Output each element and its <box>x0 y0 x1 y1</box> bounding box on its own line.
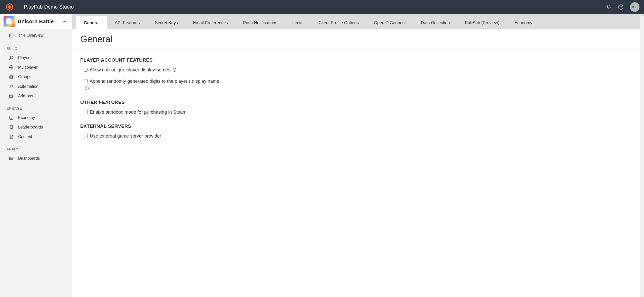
content-scroll[interactable]: General PLAYER ACCOUNT FEATURES Allow no… <box>72 29 640 297</box>
app-name[interactable]: Unicorn Battle <box>18 18 60 24</box>
sidebar-item-multiplayer[interactable]: Multiplayer <box>0 63 72 72</box>
bookmark-icon <box>9 124 14 130</box>
sidebar-item-label: Add-ons <box>18 94 33 98</box>
sidebar-item-label: Content <box>18 135 32 139</box>
svg-rect-10 <box>10 76 13 78</box>
svg-point-15 <box>10 116 13 117</box>
addons-icon <box>9 93 14 99</box>
tab-label: Economy <box>514 20 532 25</box>
tab-label: OpenID Connect <box>374 20 406 25</box>
sidebar-item-dashboards[interactable]: Dashboards <box>0 154 72 163</box>
option-use-external-server[interactable]: Use external game server provider <box>84 133 225 140</box>
chart-icon <box>9 33 14 38</box>
option-label: Append randomly generated digits to the … <box>90 78 219 84</box>
sidebar-item-label: Economy <box>18 115 35 120</box>
section-heading: EXTERNAL SERVERS <box>80 123 306 129</box>
option-label: Enable sandbox mode for purchasing in St… <box>90 109 187 115</box>
dashboard-icon <box>9 156 14 161</box>
globe-icon <box>9 65 14 70</box>
tab-data-collection[interactable]: Data Collection <box>413 16 457 29</box>
topbar: PlayFab Demo Studio KE <box>0 0 644 14</box>
section-heading: OTHER FEATURES <box>80 100 306 105</box>
page-scrollbar[interactable] <box>640 14 644 297</box>
sidebar-item-label: Multiplayer <box>18 65 37 70</box>
sidebar-item-label: Title Overview <box>18 33 44 38</box>
main-content: General API Features Secret Keys Email P… <box>72 14 640 297</box>
option-enable-steam-sandbox[interactable]: Enable sandbox mode for purchasing in St… <box>84 109 225 116</box>
svg-point-12 <box>11 86 11 86</box>
tab-label: Client Profile Options <box>319 20 359 25</box>
option-append-random-digits[interactable]: Append randomly generated digits to the … <box>84 78 225 92</box>
tab-pubsub[interactable]: PubSub (Preview) <box>457 16 507 29</box>
sidebar-item-label: Automation <box>18 84 38 89</box>
sidebar-item-content[interactable]: Content <box>0 132 72 142</box>
topbar-divider <box>19 4 19 11</box>
sidebar-section-heading: ANALYZE <box>0 142 72 154</box>
document-icon <box>9 134 14 140</box>
info-icon[interactable] <box>85 86 89 91</box>
sidebar-item-label: Leaderboards <box>18 125 43 130</box>
sidebar: Unicorn Battle Title Overview BUILD <box>0 14 72 297</box>
svg-point-18 <box>174 69 175 69</box>
help-icon[interactable] <box>616 2 626 12</box>
page-title: General <box>80 34 632 45</box>
gear-icon[interactable] <box>60 18 67 25</box>
title-row: Unicorn Battle <box>0 14 72 29</box>
playfab-logo[interactable] <box>5 2 15 12</box>
tab-client-profile-options[interactable]: Client Profile Options <box>311 16 367 29</box>
tab-economy[interactable]: Economy <box>507 16 540 29</box>
sidebar-item-economy[interactable]: Economy <box>0 113 72 122</box>
sidebar-item-leaderboards[interactable]: Leaderboards <box>0 122 72 132</box>
option-label: Use external game server provider <box>90 133 161 139</box>
option-checkbox[interactable] <box>84 79 88 83</box>
option-allow-nonunique-display-names[interactable]: Allow non-unique player display names <box>84 66 225 74</box>
tab-label: Limits <box>292 20 303 25</box>
section-heading: PLAYER ACCOUNT FEATURES <box>80 57 306 63</box>
svg-point-13 <box>12 86 12 86</box>
groups-icon <box>9 74 14 80</box>
svg-point-20 <box>87 88 87 88</box>
user-avatar[interactable]: KE <box>630 2 639 12</box>
tab-label: Push Notifications <box>243 20 277 25</box>
tab-email-preferences[interactable]: Email Preferences <box>185 16 235 29</box>
option-checkbox[interactable] <box>84 110 88 114</box>
tab-label: API Features <box>115 20 140 25</box>
info-icon[interactable] <box>172 68 177 72</box>
economy-icon <box>9 115 14 120</box>
option-label: Allow non-unique player display names <box>90 67 170 72</box>
settings-body: PLAYER ACCOUNT FEATURES Allow non-unique… <box>72 50 314 159</box>
tab-secret-keys[interactable]: Secret Keys <box>147 16 186 29</box>
notifications-icon[interactable] <box>604 2 614 12</box>
tab-limits[interactable]: Limits <box>285 16 311 29</box>
sidebar-item-players[interactable]: Players <box>0 53 72 63</box>
avatar-initials: KE <box>632 5 637 9</box>
sidebar-item-title-overview[interactable]: Title Overview <box>0 29 72 41</box>
automation-icon <box>9 84 14 89</box>
studio-name[interactable]: PlayFab Demo Studio <box>24 4 74 10</box>
svg-marker-1 <box>8 5 12 9</box>
option-checkbox[interactable] <box>84 134 88 138</box>
sidebar-item-groups[interactable]: Groups <box>0 72 72 82</box>
app-icon[interactable] <box>4 16 15 27</box>
svg-point-7 <box>12 56 13 57</box>
sidebar-item-label: Players <box>18 56 31 60</box>
tab-api-features[interactable]: API Features <box>107 16 147 29</box>
players-icon <box>9 55 14 61</box>
svg-point-4 <box>63 21 65 22</box>
sidebar-item-label: Dashboards <box>18 156 40 161</box>
tab-label: PubSub (Preview) <box>465 20 499 25</box>
svg-rect-5 <box>10 34 13 37</box>
sidebar-section-heading: BUILD <box>0 41 72 53</box>
tab-openid-connect[interactable]: OpenID Connect <box>366 16 413 29</box>
tab-label: Data Collection <box>421 20 450 25</box>
sidebar-item-addons[interactable]: Add-ons <box>0 91 72 101</box>
sidebar-item-label: Groups <box>18 75 31 79</box>
option-checkbox[interactable] <box>84 68 88 72</box>
tab-general[interactable]: General <box>76 16 107 29</box>
sidebar-section-heading: ENGAGE <box>0 101 72 113</box>
sidebar-item-automation[interactable]: Automation <box>0 82 72 91</box>
tab-push-notifications[interactable]: Push Notifications <box>235 16 285 29</box>
svg-rect-9 <box>10 76 13 78</box>
scroll-up-icon[interactable] <box>640 14 644 18</box>
tab-label: Email Preferences <box>193 20 228 25</box>
